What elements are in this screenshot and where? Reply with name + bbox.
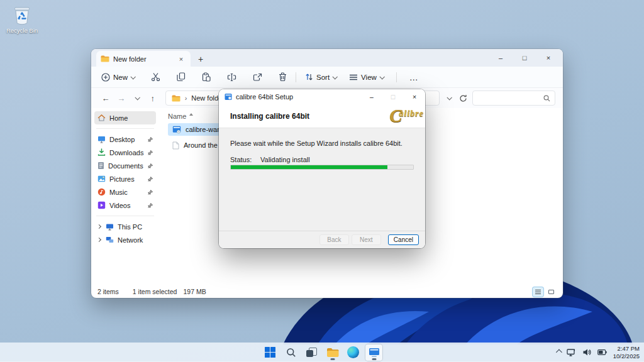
pin-icon (148, 137, 153, 142)
sidebar-item-videos[interactable]: Videos (94, 199, 156, 212)
downloads-icon (97, 148, 106, 156)
clock-date: 10/2/2025 (613, 353, 640, 359)
large-icons-view-button[interactable] (546, 287, 557, 297)
installer-close-button[interactable]: × (404, 89, 425, 104)
battery-icon[interactable] (597, 349, 607, 355)
rename-icon[interactable] (227, 73, 236, 82)
search-box[interactable] (472, 90, 555, 106)
sort-ascending-icon (189, 113, 193, 116)
installer-app-icon (369, 348, 380, 358)
breadcrumb-separator: › (185, 94, 187, 102)
progress-fill (231, 165, 387, 169)
taskbar-installer-app[interactable] (365, 344, 382, 361)
installer-status-value: Validating install (260, 156, 310, 163)
sidebar-item-desktop[interactable]: Desktop (94, 133, 156, 146)
new-tab-button[interactable]: + (198, 55, 203, 63)
copy-icon[interactable] (177, 72, 186, 82)
chevron-down-icon (333, 74, 338, 79)
sidebar-item-label: Music (109, 189, 128, 196)
sidebar-item-this-pc[interactable]: This PC (94, 220, 156, 233)
explorer-tab[interactable]: New folder × (96, 51, 191, 67)
pin-icon (148, 150, 153, 155)
search-icon (543, 95, 550, 102)
desktop-icon (97, 136, 106, 143)
view-button[interactable]: View (349, 74, 384, 81)
taskbar-edge[interactable] (345, 344, 362, 361)
chevron-down-icon (447, 95, 452, 100)
up-button[interactable]: ↑ (146, 90, 160, 106)
back-button-installer: Back (319, 234, 349, 245)
sort-button[interactable]: Sort (305, 73, 336, 81)
details-view-icon (535, 290, 541, 294)
sidebar-item-downloads[interactable]: Downloads (94, 146, 156, 159)
sidebar-item-label: Pictures (109, 175, 135, 183)
sidebar-item-label: This PC (118, 223, 142, 231)
sidebar-item-label: Documents (108, 162, 143, 170)
system-tray: 2:47 PM 10/2/2025 (556, 343, 640, 362)
volume-icon[interactable] (582, 348, 591, 356)
address-dropdown-button[interactable] (444, 90, 454, 106)
installer-header: Installing calibre 64bit Calibre (219, 104, 425, 128)
paste-icon[interactable] (202, 72, 211, 82)
hidden-icons-chevron[interactable] (556, 349, 562, 356)
sidebar-item-home[interactable]: Home (94, 111, 156, 124)
search-icon (286, 348, 296, 358)
chevron-right-icon[interactable] (97, 224, 101, 229)
delete-icon[interactable] (279, 72, 287, 82)
recycle-bin[interactable]: Recycle Bin (4, 5, 40, 34)
taskbar: 2:47 PM 10/2/2025 (0, 343, 644, 362)
more-options-button[interactable]: … (409, 72, 418, 82)
taskbar-search-button[interactable] (282, 344, 299, 361)
new-button[interactable]: New (101, 73, 135, 82)
column-header-label: Name (168, 112, 186, 120)
cancel-button-installer[interactable]: Cancel (388, 234, 419, 245)
details-view-button[interactable] (533, 287, 543, 297)
install-progress-bar (230, 165, 414, 170)
windows-logo-icon (265, 347, 276, 358)
recent-locations-button[interactable] (130, 90, 144, 106)
recycle-bin-icon (13, 5, 31, 26)
forward-button[interactable]: → (114, 90, 128, 106)
navigation-pane: Home Desktop (91, 108, 158, 285)
sort-arrows-icon (305, 73, 313, 81)
sidebar-item-documents[interactable]: Documents (94, 159, 156, 172)
close-button[interactable]: × (536, 49, 560, 67)
installer-maximize-button: □ (382, 89, 404, 104)
installer-footer: Back Next Cancel (219, 231, 425, 248)
selection-count: 1 item selected (133, 288, 177, 295)
network-tray-icon[interactable] (567, 348, 576, 356)
taskbar-file-explorer[interactable] (324, 344, 341, 361)
tab-title: New folder (113, 55, 147, 63)
installer-minimize-button[interactable]: – (361, 89, 382, 104)
taskbar-clock[interactable]: 2:47 PM 10/2/2025 (613, 345, 640, 359)
cut-icon[interactable] (151, 72, 160, 82)
edge-icon (347, 346, 359, 358)
sidebar-separator (96, 216, 154, 216)
share-icon[interactable] (253, 73, 262, 82)
start-button[interactable] (262, 344, 279, 361)
sidebar-item-label: Videos (109, 202, 130, 209)
task-view-button[interactable] (303, 344, 320, 361)
maximize-button[interactable]: □ (513, 49, 536, 67)
installer-status-label: Status: (230, 156, 252, 163)
sidebar-item-pictures[interactable]: Pictures (94, 172, 156, 185)
view-lines-icon (349, 74, 358, 81)
folder-icon (172, 95, 180, 102)
videos-icon (97, 201, 106, 209)
explorer-tab-bar: New folder × + – □ × (91, 49, 563, 67)
minimize-button[interactable]: – (489, 49, 513, 67)
pin-icon (148, 177, 153, 182)
sidebar-item-music[interactable]: Music (94, 185, 156, 199)
sidebar-item-network[interactable]: Network (94, 233, 156, 246)
tab-close-icon[interactable]: × (176, 54, 186, 64)
refresh-button[interactable] (457, 90, 470, 106)
explorer-status-bar: 2 items 1 item selected 197 MB (91, 285, 563, 298)
chevron-down-icon (379, 74, 384, 79)
home-icon (97, 114, 106, 122)
calibre-logo-text: alibre (399, 109, 424, 118)
back-button[interactable]: ← (99, 90, 113, 106)
next-button-installer: Next (352, 234, 381, 245)
chevron-right-icon[interactable] (97, 238, 101, 242)
installer-body: Please wait while the Setup Wizard insta… (219, 128, 425, 231)
search-input[interactable] (477, 94, 543, 102)
